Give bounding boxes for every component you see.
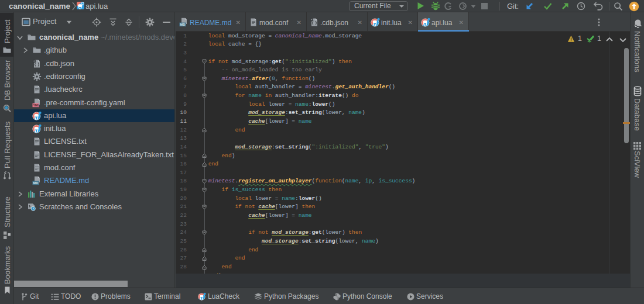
svg-text:YML: YML <box>33 103 40 106</box>
svg-text:MD: MD <box>180 23 186 26</box>
svg-text:MD: MD <box>33 181 39 185</box>
